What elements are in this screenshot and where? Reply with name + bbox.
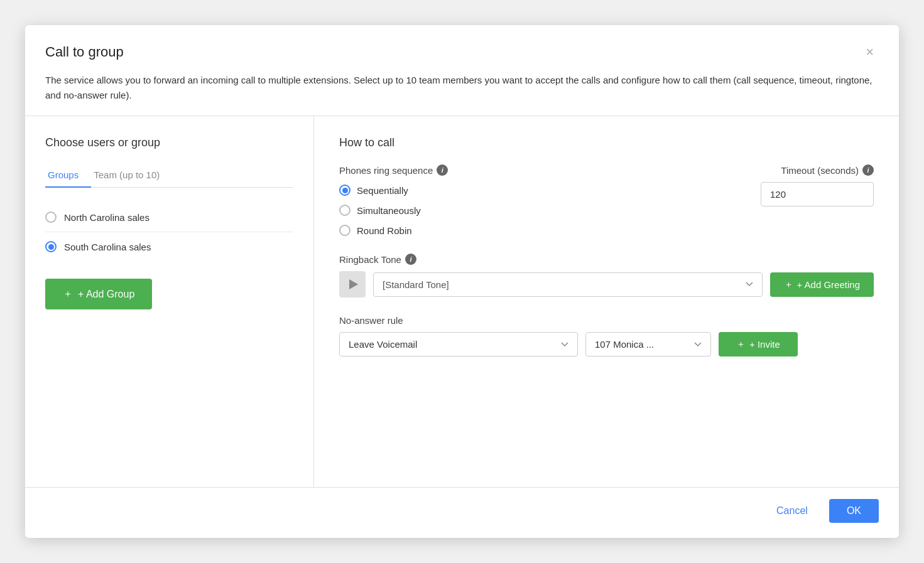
how-to-call-heading: How to call	[339, 136, 874, 149]
right-panel: How to call Phones ring sequence i Seque…	[314, 116, 899, 487]
voicemail-select[interactable]: Leave Voicemail	[339, 332, 578, 357]
tab-groups[interactable]: Groups	[45, 164, 91, 188]
close-button[interactable]: ×	[861, 43, 879, 62]
invite-label: + Invite	[749, 339, 780, 350]
ringback-tone-label: Ringback Tone i	[339, 254, 874, 265]
radio-nc[interactable]	[45, 212, 57, 223]
group-label-sc: South Carolina sales	[64, 242, 151, 252]
ringback-info-icon[interactable]: i	[405, 254, 416, 265]
add-group-plus-icon: ＋	[63, 287, 73, 301]
tone-select[interactable]: [Standard Tone]	[373, 272, 763, 297]
radio-simultaneously[interactable]: Simultaneously	[339, 205, 448, 216]
radio-seq-circle[interactable]	[339, 185, 351, 196]
monica-select[interactable]: 107 Monica ...	[585, 332, 711, 357]
modal-body: Choose users or group Groups Team (up to…	[25, 116, 899, 487]
radio-round-robin[interactable]: Round Robin	[339, 225, 448, 236]
add-group-button[interactable]: ＋ + Add Group	[45, 279, 152, 309]
timeout-label: Timeout (seconds) i	[781, 164, 874, 176]
radio-sc[interactable]	[45, 241, 57, 252]
group-list: North Carolina sales South Carolina sale…	[45, 203, 293, 261]
radio-seq-label: Sequentially	[357, 185, 408, 196]
add-greeting-label: + Add Greeting	[797, 279, 861, 290]
group-label-nc: North Carolina sales	[64, 212, 149, 223]
ring-sequence-section: Phones ring sequence i Sequentially Simu…	[339, 164, 448, 254]
tabs: Groups Team (up to 10)	[45, 164, 293, 188]
play-icon	[349, 279, 358, 289]
ring-options: Sequentially Simultaneously Round Robin	[339, 185, 448, 236]
add-greeting-plus-icon: ＋	[784, 279, 793, 291]
invite-button[interactable]: ＋ + Invite	[719, 332, 798, 357]
timeout-input[interactable]	[761, 182, 874, 206]
modal-description: The service allows you to forward an inc…	[25, 73, 899, 116]
add-greeting-button[interactable]: ＋ + Add Greeting	[770, 272, 874, 297]
ok-button[interactable]: OK	[829, 499, 879, 523]
no-answer-label: No-answer rule	[339, 315, 874, 326]
cancel-button[interactable]: Cancel	[765, 499, 819, 523]
timeout-section: Timeout (seconds) i	[748, 164, 874, 206]
timeout-info-icon[interactable]: i	[862, 164, 874, 176]
choose-users-heading: Choose users or group	[45, 136, 293, 149]
group-item-sc[interactable]: South Carolina sales	[45, 232, 293, 261]
radio-sim-label: Simultaneously	[357, 205, 421, 216]
ring-sequence-info-icon[interactable]: i	[437, 164, 448, 176]
left-panel: Choose users or group Groups Team (up to…	[25, 116, 314, 487]
phones-ring-sequence-label: Phones ring sequence i	[339, 164, 448, 176]
modal-title: Call to group	[45, 44, 124, 60]
radio-sequentially[interactable]: Sequentially	[339, 185, 448, 196]
group-item-nc[interactable]: North Carolina sales	[45, 203, 293, 232]
radio-sim-circle[interactable]	[339, 205, 351, 216]
play-button[interactable]	[339, 271, 366, 298]
ringback-row: [Standard Tone] ＋ + Add Greeting	[339, 271, 874, 298]
radio-rr-label: Round Robin	[357, 225, 412, 236]
call-to-group-modal: Call to group × The service allows you t…	[25, 25, 899, 538]
tab-team[interactable]: Team (up to 10)	[91, 164, 172, 188]
modal-footer: Cancel OK	[25, 487, 899, 538]
radio-rr-circle[interactable]	[339, 225, 351, 236]
no-answer-row: Leave Voicemail 107 Monica ... ＋ + Invit…	[339, 332, 874, 357]
add-group-label: + Add Group	[78, 289, 134, 300]
invite-plus-icon: ＋	[736, 338, 746, 350]
modal-header: Call to group ×	[25, 25, 899, 73]
ring-sequence-row: Phones ring sequence i Sequentially Simu…	[339, 164, 874, 254]
